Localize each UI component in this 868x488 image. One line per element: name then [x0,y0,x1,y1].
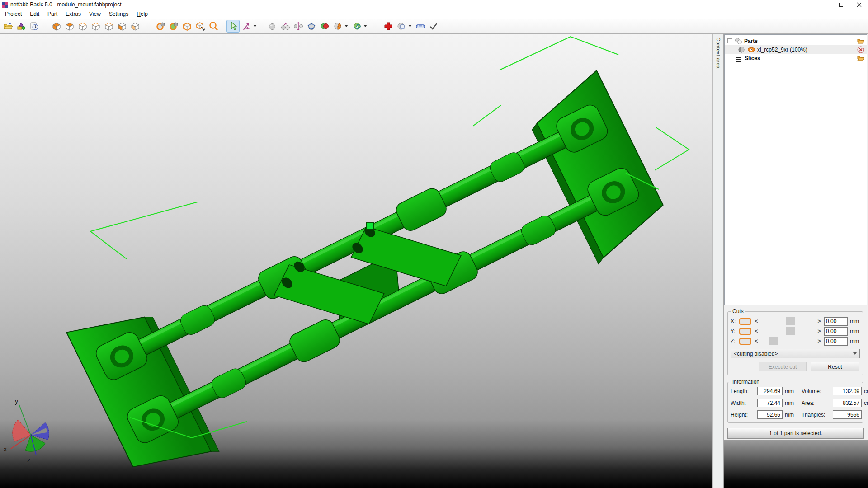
part-sphere-icon [737,46,745,54]
area-value: 832.57 [833,399,862,407]
scale-part-button[interactable] [292,20,305,33]
height-unit: mm [785,412,799,418]
cut-z-toggle-button[interactable] [739,338,751,345]
menu-help[interactable]: Help [132,10,152,18]
width-label: Width: [731,400,755,406]
menu-view[interactable]: View [85,10,105,18]
repair-scripts-button[interactable] [395,20,408,33]
remove-part-icon[interactable] [857,46,865,54]
cutting-mode-select[interactable]: <cutting disabled> [731,349,860,358]
view-isometric-cube-icon [52,21,61,31]
cut-y-value-input[interactable] [824,327,848,336]
triangles-label: Triangles: [802,412,830,418]
add-part-button[interactable] [14,20,28,33]
ruler-icon [415,21,425,31]
visibility-eye-icon[interactable] [747,46,755,54]
menu-project[interactable]: Project [1,10,26,18]
edit-mesh-button[interactable] [305,20,318,33]
view-isometric-button[interactable] [50,20,63,33]
box-selection-button[interactable] [193,20,207,33]
slices-folder-icon[interactable] [857,54,865,62]
cut-x-decrease-button[interactable]: < [754,318,759,324]
open-project-button[interactable] [1,20,14,33]
cut-y-slider-thumb[interactable] [786,327,795,335]
cut-z-label: Z: [731,338,737,344]
cut-z-value-input[interactable] [824,337,848,346]
axis-y-label: y [15,398,18,405]
cut-x-value-input[interactable] [824,317,848,326]
title-bar: netfabb Basic 5.0 - module_mount.fabbpro… [0,0,868,9]
context-panel: Parts [724,34,868,488]
menu-extras[interactable]: Extras [61,10,85,18]
show-part-box-button[interactable] [180,20,193,33]
slices-label: Slices [745,55,760,61]
cut-x-slider-thumb[interactable] [786,317,795,325]
execute-cut-button[interactable]: Execute cut [759,362,807,371]
maximize-button[interactable] [832,0,850,9]
cut-x-toggle-button[interactable] [739,318,751,325]
scale-sphere-icon [293,21,303,31]
volume-unit: cm³ [864,388,868,394]
analyze-part-button[interactable] [331,20,344,33]
measure-button[interactable] [414,20,427,33]
view-left-button[interactable] [115,20,128,33]
repair-button[interactable] [382,20,395,33]
move-part-button[interactable] [278,20,292,33]
tree-row-part[interactable]: xl_rcp52_9xr (100%) [725,45,867,54]
shells-dropdown-caret[interactable] [363,25,367,27]
view-back-button[interactable] [102,20,115,33]
tree-row-slices[interactable]: Slices [725,54,867,62]
repair-part-button[interactable] [167,20,180,33]
model-part[interactable] [66,70,674,488]
cut-y-slider[interactable] [761,327,814,335]
project-history-button[interactable] [28,20,41,33]
cut-y-toggle-button[interactable] [739,328,751,335]
minimize-button[interactable] [814,0,832,9]
view-left-cube-icon [117,21,127,31]
magnifier-icon [208,21,218,31]
reset-button[interactable]: Reset [811,362,859,371]
repair-scripts-dropdown-caret[interactable] [408,25,412,27]
close-button[interactable] [850,0,868,9]
select-tool-button[interactable] [226,20,240,33]
analyze-dropdown-caret[interactable] [344,25,348,27]
context-area-tab[interactable]: Context area [712,34,724,488]
rotate-tool-dropdown-caret[interactable] [253,25,257,27]
menu-edit[interactable]: Edit [26,10,43,18]
cut-y-increase-button[interactable]: > [816,328,822,334]
repair-selected-button[interactable] [154,20,167,33]
default-sphere-button[interactable] [265,20,278,33]
cut-z-slider[interactable] [761,337,814,345]
validate-part-button[interactable] [427,20,440,33]
netfabb-window: netfabb Basic 5.0 - module_mount.fabbpro… [0,0,868,488]
cut-x-slider[interactable] [761,317,814,325]
viewport-3d[interactable]: y x z [0,34,712,488]
parts-folder-icon[interactable] [857,37,865,45]
rotate-view-tool-button[interactable] [240,20,253,33]
rotate-axes-icon [241,21,251,31]
menu-settings[interactable]: Settings [105,10,132,18]
part-shells-button[interactable] [350,20,363,33]
view-front-button[interactable] [89,20,102,33]
compare-parts-button[interactable] [318,20,331,33]
view-top-button[interactable] [63,20,76,33]
part-name: xl_rcp52_9xr (100%) [757,47,807,53]
zoom-button[interactable] [207,20,220,33]
view-right-button[interactable] [128,20,142,33]
collapse-icon[interactable] [727,38,732,43]
view-back-cube-icon [104,21,114,31]
cut-z-decrease-button[interactable]: < [754,338,759,344]
cut-y-decrease-button[interactable]: < [754,328,759,334]
tree-row-parts[interactable]: Parts [725,37,867,45]
sphere-icon [267,21,277,31]
menu-part[interactable]: Part [43,10,61,18]
cut-row-z: Z: < > mm [731,336,860,346]
cut-z-increase-button[interactable]: > [816,338,822,344]
view-bottom-button[interactable] [76,20,89,33]
cut-x-increase-button[interactable]: > [816,318,822,324]
box-outline-icon [182,21,192,31]
app-icon [2,2,8,8]
cut-z-slider-thumb[interactable] [769,337,778,345]
volume-value: 132.09 [833,387,862,395]
minimize-icon [821,5,825,5]
